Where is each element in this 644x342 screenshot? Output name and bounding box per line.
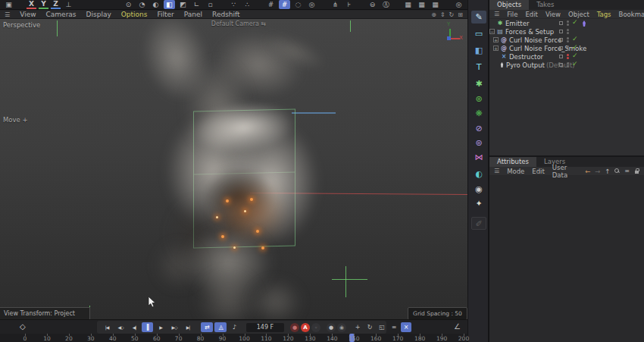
objects-menu-tags[interactable]: Tags bbox=[597, 11, 611, 18]
tab-objects[interactable]: Objects bbox=[489, 0, 529, 10]
timeline-ruler[interactable]: 0102030405060708090100110120130140150160… bbox=[0, 334, 467, 342]
layout-b-icon[interactable]: ▦ bbox=[416, 0, 427, 9]
capsule-icon[interactable]: ⊖ bbox=[367, 0, 378, 9]
object-name[interactable]: Forces & Setup bbox=[505, 28, 554, 36]
volume-icon[interactable]: ⊘ bbox=[471, 122, 486, 135]
render-region-icon[interactable]: ◔ bbox=[136, 0, 148, 9]
fcurve-icon[interactable]: ∠ bbox=[454, 322, 461, 331]
environment-icon[interactable]: ◐ bbox=[471, 168, 486, 180]
keyframe-diamond-icon[interactable]: ◇ bbox=[20, 322, 26, 331]
z-axis-lock-button[interactable]: Z bbox=[51, 0, 61, 9]
layout-c-icon[interactable]: ▦ bbox=[430, 0, 441, 9]
current-frame-field[interactable]: 149 F bbox=[246, 323, 284, 332]
sound-icon[interactable]: ♪ bbox=[228, 322, 240, 332]
layer-square[interactable] bbox=[559, 55, 563, 58]
object-name[interactable]: Emitter bbox=[505, 20, 529, 27]
axis-gizmo[interactable]: Y X bbox=[439, 24, 464, 46]
menu-redshift[interactable]: Redshift bbox=[212, 11, 240, 18]
autokey-icon[interactable]: A bbox=[301, 323, 310, 332]
objects-menu-edit[interactable]: Edit bbox=[525, 11, 537, 18]
object-row-destructor[interactable]: × Destructor ✓ bbox=[489, 52, 644, 61]
layer-square[interactable] bbox=[559, 63, 563, 67]
object-row-emitter[interactable]: ✱ Emitter ✓ bbox=[489, 19, 644, 27]
visibility-dots[interactable] bbox=[567, 20, 569, 27]
enable-check-icon[interactable]: ✓ bbox=[572, 60, 578, 67]
scale-toggle-icon[interactable]: ◱ bbox=[377, 322, 387, 332]
lock-icon[interactable] bbox=[634, 168, 639, 174]
pla-toggle-icon[interactable]: × bbox=[401, 322, 411, 332]
mirror-plane-icon[interactable]: ⊦ bbox=[343, 0, 355, 9]
workplane-icon[interactable]: ▫ bbox=[205, 0, 216, 9]
loop-mode-icon[interactable]: ⇄ bbox=[201, 322, 213, 332]
camera-label[interactable]: Default Camera ⇆ bbox=[182, 20, 295, 27]
object-row-curl-noise-force-smoke[interactable]: + @ Curl Noise Force_Smoke ✓ bbox=[489, 44, 644, 52]
rectangle-spline-icon[interactable]: ▭ bbox=[471, 27, 486, 40]
dynamic-guide-icon[interactable]: ◌ bbox=[292, 0, 304, 9]
prev-key-icon[interactable]: ◀◇ bbox=[114, 322, 127, 332]
wire-cube-icon[interactable]: ◩ bbox=[177, 0, 189, 9]
objects-menu-view[interactable]: View bbox=[546, 11, 561, 18]
objects-menu-bookmarks[interactable]: Bookmarks bbox=[619, 11, 644, 18]
pyro-emitter-tag-icon[interactable] bbox=[582, 20, 586, 27]
parameter-toggle-icon[interactable]: ≡ bbox=[389, 322, 399, 332]
render-settings-icon[interactable]: ◎ bbox=[453, 0, 464, 9]
attributes-menu-mode[interactable]: Mode bbox=[507, 168, 524, 175]
object-row-curl-noise-force[interactable]: + @ Curl Noise Force ✓ bbox=[489, 36, 644, 44]
position-toggle-icon[interactable]: + bbox=[352, 322, 363, 332]
menu-panel[interactable]: Panel bbox=[184, 11, 202, 18]
pause-icon[interactable]: ‖ bbox=[142, 322, 153, 332]
field-icon[interactable]: ❋ bbox=[471, 107, 486, 120]
enable-check-icon[interactable]: ✓ bbox=[572, 18, 578, 26]
camera-swap-icon[interactable]: ⇆ bbox=[261, 20, 267, 27]
zoom-icon[interactable]: ⇕ bbox=[440, 11, 445, 18]
record-scope-icon[interactable]: ◉ bbox=[337, 323, 346, 332]
go-to-start-icon[interactable]: |◀ bbox=[101, 322, 113, 332]
snap-b-icon[interactable]: ∴ bbox=[242, 0, 253, 9]
object-list-empty-area[interactable] bbox=[489, 69, 644, 155]
layer-square[interactable] bbox=[559, 30, 563, 33]
volume-builder-icon[interactable]: ⊚ bbox=[471, 136, 486, 149]
visibility-dots[interactable] bbox=[567, 45, 569, 52]
viewport-3d[interactable]: Perspective Default Camera ⇆ Move + View… bbox=[0, 19, 467, 320]
shading-sphere-icon[interactable]: ◐ bbox=[150, 0, 161, 9]
shaded-cube-icon[interactable]: ◧ bbox=[164, 0, 175, 9]
record-objects-icon[interactable]: ● bbox=[290, 323, 299, 332]
grid-icon[interactable]: # bbox=[265, 0, 277, 9]
frame-rate-icon[interactable]: ◬ bbox=[214, 322, 227, 332]
play-forward-icon[interactable]: ▶ bbox=[155, 322, 167, 332]
toggle-view-icon[interactable]: ⊞ bbox=[458, 11, 463, 18]
layer-square[interactable] bbox=[559, 46, 563, 50]
rotation-toggle-icon[interactable]: ↻ bbox=[364, 322, 375, 332]
record-ring-icon[interactable]: ● bbox=[327, 323, 336, 332]
visibility-dots[interactable] bbox=[567, 62, 569, 68]
x-axis-lock-button[interactable]: X bbox=[27, 0, 36, 9]
go-to-end-icon[interactable]: ▶| bbox=[182, 322, 194, 332]
attributes-menu-userdata[interactable]: User Data bbox=[552, 164, 577, 179]
menu-options[interactable]: Options bbox=[121, 11, 148, 18]
pan-icon[interactable]: ⊕ bbox=[431, 11, 436, 18]
attributes-menu-edit[interactable]: Edit bbox=[532, 168, 544, 175]
search-icon[interactable] bbox=[614, 168, 620, 174]
enable-check-icon[interactable]: ✓ bbox=[572, 43, 578, 51]
y-axis-lock-button[interactable]: Y bbox=[39, 0, 48, 9]
annotate-icon[interactable]: Ⓐ bbox=[380, 0, 392, 9]
up-arrow-icon[interactable]: ↑ bbox=[605, 168, 610, 175]
menu-display[interactable]: Display bbox=[86, 11, 111, 18]
deformer-icon[interactable]: ⋈ bbox=[471, 151, 486, 164]
keyframe-selection-icon[interactable]: ◦ bbox=[311, 323, 320, 332]
back-arrow-icon[interactable]: ← bbox=[585, 168, 590, 175]
selection-box-icon[interactable]: ▣ bbox=[3, 0, 14, 9]
layer-square[interactable] bbox=[559, 21, 563, 25]
cloner-icon[interactable]: ⊛ bbox=[471, 93, 486, 105]
snap-a-icon[interactable]: ∵ bbox=[228, 0, 239, 9]
target-icon[interactable]: ◎ bbox=[306, 0, 317, 9]
layout-a-icon[interactable]: ▦ bbox=[402, 0, 414, 9]
expand-expander-icon[interactable]: + bbox=[493, 45, 499, 51]
grid-snap-icon[interactable]: # bbox=[279, 0, 290, 9]
enable-check-icon[interactable]: ✓ bbox=[572, 35, 578, 42]
object-row-pyro-output[interactable]: Pyro Output (Default) ✓ bbox=[489, 61, 644, 69]
axis-corner-icon[interactable]: ∟ bbox=[191, 0, 202, 9]
enable-check-icon[interactable]: ✓ bbox=[572, 52, 578, 59]
viewport-menu-icon[interactable]: ☰ bbox=[5, 11, 10, 18]
coord-system-icon[interactable]: ⊥ bbox=[63, 0, 74, 9]
